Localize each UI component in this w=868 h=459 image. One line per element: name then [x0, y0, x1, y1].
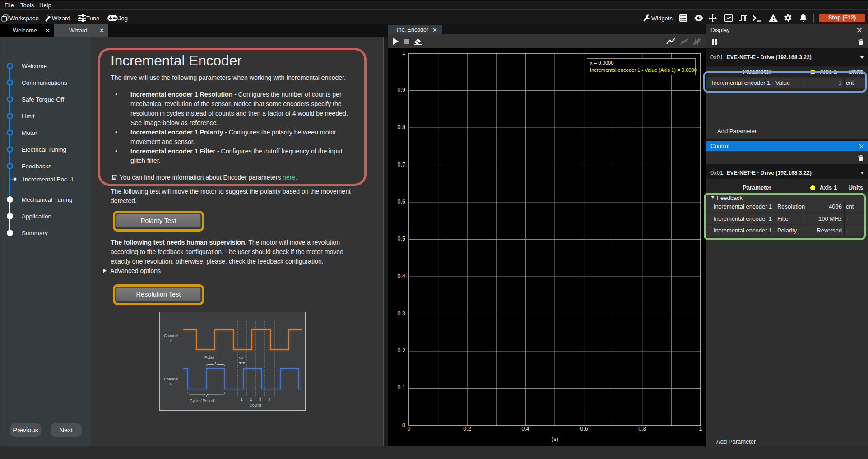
svg-text:Counts: Counts	[250, 403, 262, 408]
svg-text:90 °: 90 °	[239, 356, 246, 360]
svg-text:2: 2	[250, 397, 252, 402]
svg-text:3: 3	[259, 397, 261, 402]
svg-text:Cycle / Period: Cycle / Period	[190, 399, 214, 403]
svg-text:4: 4	[268, 397, 270, 402]
svg-text:Channel: Channel	[164, 334, 178, 338]
svg-text:A: A	[170, 338, 172, 343]
svg-text:Pulse: Pulse	[204, 355, 214, 360]
svg-text:Channel: Channel	[164, 377, 178, 381]
svg-text:1: 1	[240, 397, 242, 402]
svg-text:B: B	[170, 382, 172, 386]
